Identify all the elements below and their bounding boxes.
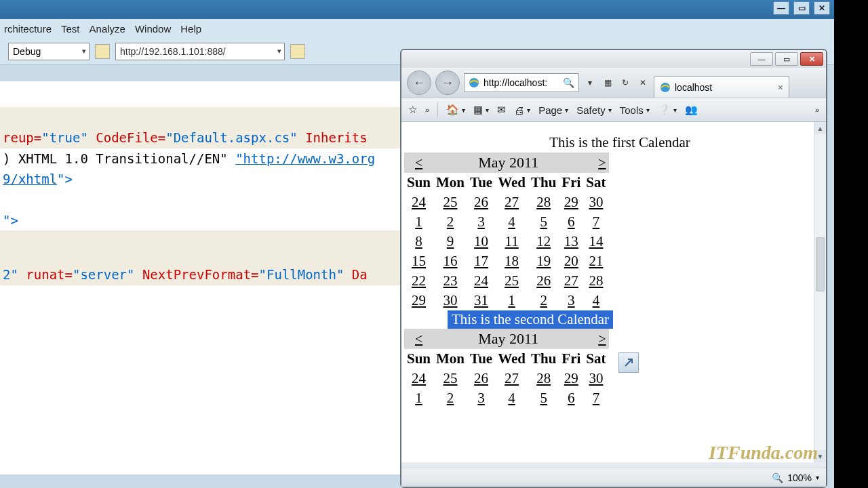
print-button[interactable]: 🖨▾ (514, 104, 530, 116)
calendar-day-link[interactable]: 2 (540, 292, 547, 308)
ie-tab-localhost[interactable]: localhost × (654, 76, 789, 98)
calendar-day-link[interactable]: 21 (589, 253, 603, 269)
calendar-day-link[interactable]: 24 (412, 370, 426, 386)
calendar-day-link[interactable]: 3 (477, 214, 485, 230)
chevron-right-icon[interactable]: » (815, 106, 819, 114)
calendar-next-link[interactable]: > (598, 331, 606, 346)
calendar-day-link[interactable]: 18 (505, 253, 519, 269)
calendar-day-link[interactable]: 1 (415, 214, 422, 230)
ie-vertical-scrollbar[interactable]: ▲ ▼ (814, 122, 826, 462)
code-doctype-link[interactable]: "http://www.w3.org (235, 151, 375, 166)
help-button[interactable]: ❔▾ (658, 104, 677, 116)
calendar-day-link[interactable]: 23 (443, 272, 458, 289)
calendar-day-link[interactable]: 26 (474, 194, 488, 210)
calendar-day-link[interactable]: 11 (505, 233, 518, 249)
calendar-day-link[interactable]: 31 (474, 292, 488, 308)
scrollbar-thumb[interactable] (816, 237, 825, 291)
vs-menu-architecture[interactable]: rchitecture (4, 23, 52, 35)
vs-url-combo[interactable]: http://192.168.1.101:888/ (115, 43, 285, 60)
calendar-day-link[interactable]: 5 (540, 214, 547, 230)
calendar-day-link[interactable]: 6 (568, 390, 575, 406)
calendar-day-link[interactable]: 28 (536, 194, 551, 210)
calendar-day-link[interactable]: 4 (508, 390, 515, 406)
feeds-button[interactable]: ▦▾ (473, 104, 489, 116)
vs-menu-window[interactable]: Window (135, 23, 171, 35)
ie-back-button[interactable]: ← (407, 70, 431, 95)
calendar-day-link[interactable]: 25 (505, 272, 519, 289)
tools-menu[interactable]: Tools▾ (620, 104, 650, 116)
vs-configuration-combo[interactable]: Debug (8, 43, 90, 60)
ie-stop-button[interactable]: ✕ (636, 76, 650, 89)
vs-minimize-button[interactable]: — (773, 1, 789, 15)
readmail-button[interactable]: ✉ (497, 104, 506, 116)
calendar-day-link[interactable]: 2 (447, 390, 454, 406)
calendar-day-link[interactable]: 29 (412, 292, 426, 308)
zoom-dropdown-icon[interactable]: ▾ (816, 474, 819, 481)
calendar-day-link[interactable]: 3 (477, 390, 485, 406)
calendar-day-link[interactable]: 16 (443, 253, 458, 269)
calendar-next-link[interactable]: > (598, 155, 606, 170)
calendar-day-link[interactable]: 26 (536, 272, 551, 289)
calendar-day-link[interactable]: 27 (564, 272, 578, 289)
calendar-day-link[interactable]: 20 (564, 253, 578, 269)
calendar-prev-link[interactable]: < (415, 155, 422, 170)
calendar-day-link[interactable]: 4 (508, 214, 515, 230)
calendar-day-link[interactable]: 2 (447, 214, 454, 230)
vs-menu-help[interactable]: Help (180, 23, 201, 35)
scroll-down-icon[interactable]: ▼ (814, 450, 826, 462)
calendar-day-link[interactable]: 25 (443, 370, 458, 386)
ie-close-button[interactable]: ✕ (800, 52, 823, 66)
vs-menu-analyze[interactable]: Analyze (90, 23, 125, 35)
home-button[interactable]: 🏠▾ (446, 104, 465, 116)
popup-arrow-button[interactable] (618, 352, 639, 373)
calendar-day-link[interactable]: 27 (505, 370, 519, 386)
calendar-day-link[interactable]: 14 (589, 233, 603, 249)
calendar-day-link[interactable]: 29 (564, 370, 578, 386)
calendar-day-link[interactable]: 25 (443, 194, 458, 210)
calendar-day-link[interactable]: 7 (593, 390, 600, 406)
calendar-day-link[interactable]: 30 (589, 194, 603, 210)
calendar-day-link[interactable]: 22 (412, 272, 426, 289)
calendar-day-link[interactable]: 5 (540, 390, 547, 406)
calendar-day-link[interactable]: 27 (505, 194, 519, 210)
vs-toolbar-icon-2[interactable] (290, 44, 305, 59)
safety-menu[interactable]: Safety▾ (576, 104, 612, 116)
calendar-day-link[interactable]: 3 (568, 292, 575, 308)
chevron-right-icon[interactable]: » (425, 106, 429, 114)
ie-forward-button[interactable]: → (435, 70, 460, 95)
calendar-day-link[interactable]: 1 (415, 390, 422, 406)
calendar-day-link[interactable]: 13 (564, 233, 578, 249)
ie-refresh-button[interactable]: ↻ (618, 76, 632, 89)
vs-maximize-button[interactable]: ▭ (793, 1, 810, 15)
calendar-day-link[interactable]: 4 (593, 292, 600, 308)
calendar-day-link[interactable]: 12 (536, 233, 551, 249)
calendar-day-link[interactable]: 30 (589, 370, 603, 386)
calendar-day-link[interactable]: 10 (474, 233, 488, 249)
calendar-day-link[interactable]: 6 (568, 214, 575, 230)
ie-address-field[interactable]: http://localhost: 🔍 (464, 73, 579, 92)
calendar-day-link[interactable]: 30 (443, 292, 458, 308)
ie-maximize-button[interactable]: ▭ (775, 52, 798, 66)
calendar-day-link[interactable]: 24 (474, 272, 488, 289)
calendar-day-link[interactable]: 8 (415, 233, 422, 249)
calendar-day-link[interactable]: 1 (508, 292, 515, 308)
calendar-day-link[interactable]: 26 (474, 370, 488, 386)
ie-compat-icon[interactable]: ▦ (601, 76, 614, 89)
calendar-day-link[interactable]: 29 (564, 194, 578, 210)
ie-minimize-button[interactable]: — (750, 52, 773, 66)
calendar-day-link[interactable]: 19 (536, 253, 551, 269)
calendar-day-link[interactable]: 28 (536, 370, 551, 386)
calendar-day-link[interactable]: 28 (589, 272, 603, 289)
calendar-day-link[interactable]: 7 (593, 214, 600, 230)
ie-dropdown-icon[interactable]: ▾ (583, 76, 597, 89)
vs-code-editor[interactable]: reup="true" CodeFile="Default.aspx.cs" I… (0, 81, 400, 474)
ie-tab-close-icon[interactable]: × (778, 82, 783, 93)
vs-toolbar-icon[interactable] (95, 44, 110, 59)
calendar-day-link[interactable]: 24 (412, 194, 426, 210)
calendar-prev-link[interactable]: < (415, 331, 422, 346)
vs-close-button[interactable]: ✕ (814, 1, 830, 15)
page-menu[interactable]: Page▾ (538, 104, 568, 116)
search-icon[interactable]: 🔍 (563, 77, 574, 88)
favorites-icon[interactable]: ☆ (408, 104, 417, 116)
zoom-icon[interactable]: 🔍 (772, 472, 783, 483)
